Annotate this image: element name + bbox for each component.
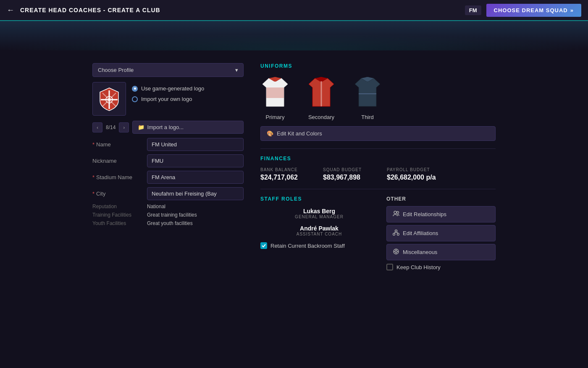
edit-relationships-button[interactable]: Edit Relationships <box>386 206 496 222</box>
keep-history-label: Keep Club History <box>396 264 441 270</box>
third-jersey-icon <box>353 75 382 111</box>
miscellaneous-icon <box>393 248 399 256</box>
squad-budget-label: SQUAD BUDGET <box>323 167 362 172</box>
logo-section: Use game-generated logo Import your own … <box>92 82 244 116</box>
radio-own-logo-label: Import your own logo <box>141 96 192 102</box>
youth-label: Youth Facilities <box>92 220 147 226</box>
uniform-third: Third <box>353 75 382 120</box>
edit-kit-icon: 🎨 <box>267 130 273 137</box>
youth-row: Youth Facilities Great youth facilities <box>92 220 244 226</box>
secondary-jersey-icon <box>307 75 336 111</box>
stadium-input[interactable] <box>147 171 244 184</box>
third-label: Third <box>361 114 374 120</box>
reputation-value: National <box>147 204 165 209</box>
dream-squad-button[interactable]: CHOOSE DREAM SQUAD » <box>486 4 581 17</box>
stadium-label: *Stadium Name <box>92 174 147 180</box>
uniform-secondary: Secondary <box>307 75 336 120</box>
svg-point-15 <box>395 251 397 253</box>
primary-jersey-icon <box>260 75 290 111</box>
bank-balance-label: BANK BALANCE <box>260 167 298 172</box>
bottom-section: STAFF ROLES Lukas Berg GENERAL MANAGER A… <box>260 196 496 270</box>
uniforms-row: Primary Secondary <box>260 75 496 120</box>
stadium-row: *Stadium Name <box>92 171 244 184</box>
city-row: *City <box>92 187 244 200</box>
squad-budget-item: SQUAD BUDGET $83,967,898 <box>323 167 362 181</box>
dropdown-chevron-icon: ▾ <box>235 67 238 73</box>
other-section: OTHER Edit Relationships <box>386 196 496 270</box>
retain-checkbox[interactable] <box>260 242 267 249</box>
miscellaneous-svg <box>393 248 399 255</box>
staff-roles-section: STAFF ROLES Lukas Berg GENERAL MANAGER A… <box>260 196 378 270</box>
checkmark-icon <box>262 244 266 248</box>
uniforms-section: UNIFORMS Primary <box>260 63 496 141</box>
finances-title: FINANCES <box>260 156 496 161</box>
svg-point-9 <box>395 230 397 232</box>
name-label: *Name <box>92 141 147 148</box>
edit-kit-button[interactable]: 🎨 Edit Kit and Colors <box>260 126 496 141</box>
club-logo-icon <box>97 86 122 111</box>
svg-point-7 <box>394 211 396 214</box>
staff-roles-title: STAFF ROLES <box>260 196 378 202</box>
import-logo-button[interactable]: 📁 Import a logo... <box>132 121 244 134</box>
nav-count: 8/14 <box>106 124 116 130</box>
back-button[interactable]: ← <box>7 6 14 15</box>
svg-point-8 <box>397 212 399 214</box>
svg-point-10 <box>393 233 395 236</box>
city-input[interactable] <box>147 187 244 200</box>
import-logo-label: Import a logo... <box>147 124 184 130</box>
city-label: *City <box>92 191 147 197</box>
nav-next-button[interactable]: › <box>119 122 129 132</box>
miscellaneous-label: Miscellaneous <box>403 249 437 255</box>
miscellaneous-button[interactable]: Miscellaneous <box>386 244 496 260</box>
choose-profile-dropdown[interactable]: Choose Profile ▾ <box>92 63 244 77</box>
staff-name-1: Lukas Berg <box>260 208 378 214</box>
nav-prev-button[interactable]: ‹ <box>92 122 102 132</box>
edit-affiliations-button[interactable]: Edit Affiliations <box>386 225 496 241</box>
main-content: Choose Profile ▾ <box>0 50 588 368</box>
topbar-right: FM CHOOSE DREAM SQUAD » <box>465 4 581 17</box>
radio-own-logo-indicator <box>132 96 138 102</box>
training-label: Training Facilities <box>92 212 147 218</box>
divider-1 <box>260 148 496 149</box>
radio-game-logo-indicator <box>132 86 138 92</box>
staff-member-1: Lukas Berg GENERAL MANAGER <box>260 208 378 219</box>
relationships-icon <box>393 210 399 218</box>
divider-2 <box>260 189 496 189</box>
reputation-label: Reputation <box>92 204 147 209</box>
uniforms-title: UNIFORMS <box>260 63 496 69</box>
edit-kit-label: Edit Kit and Colors <box>277 130 322 137</box>
keep-history-checkbox[interactable] <box>386 264 393 270</box>
radio-game-logo[interactable]: Use game-generated logo <box>132 85 204 92</box>
staff-member-2: André Pawlak ASSISTANT COACH <box>260 225 378 236</box>
nickname-input[interactable] <box>147 154 244 167</box>
reputation-row: Reputation National <box>92 204 244 209</box>
staff-name-2: André Pawlak <box>260 225 378 232</box>
payroll-budget-value: $26,682,000 p/a <box>387 174 436 181</box>
uniform-primary: Primary <box>260 75 290 120</box>
name-row: *Name <box>92 138 244 151</box>
choose-profile-label: Choose Profile <box>98 67 134 73</box>
nickname-row: Nickname <box>92 154 244 167</box>
squad-budget-value: $83,967,898 <box>323 174 362 181</box>
topbar: ← CREATE HEAD COACHES - CREATE A CLUB FM… <box>0 0 588 21</box>
svg-line-12 <box>394 232 396 233</box>
nickname-label: Nickname <box>92 158 147 164</box>
finances-row: BANK BALANCE $24,717,062 SQUAD BUDGET $8… <box>260 167 496 181</box>
youth-value: Great youth facilities <box>147 220 193 226</box>
left-panel: Choose Profile ▾ <box>92 63 244 355</box>
radio-game-logo-label: Use game-generated logo <box>141 85 204 92</box>
keep-history-row: Keep Club History <box>386 264 496 270</box>
radio-own-logo[interactable]: Import your own logo <box>132 96 204 102</box>
primary-label: Primary <box>266 114 285 120</box>
affiliations-icon <box>393 229 399 237</box>
bank-balance-item: BANK BALANCE $24,717,062 <box>260 167 298 181</box>
staff-role-1: GENERAL MANAGER <box>260 214 378 219</box>
secondary-label: Secondary <box>308 114 334 120</box>
training-value: Great training facilities <box>147 212 197 218</box>
name-input[interactable] <box>147 138 244 151</box>
bank-balance-value: $24,717,062 <box>260 174 298 181</box>
svg-line-13 <box>396 232 398 233</box>
retain-row: Retain Current Backroom Staff <box>260 242 378 249</box>
training-row: Training Facilities Great training facil… <box>92 212 244 218</box>
staff-role-2: ASSISTANT COACH <box>260 232 378 236</box>
